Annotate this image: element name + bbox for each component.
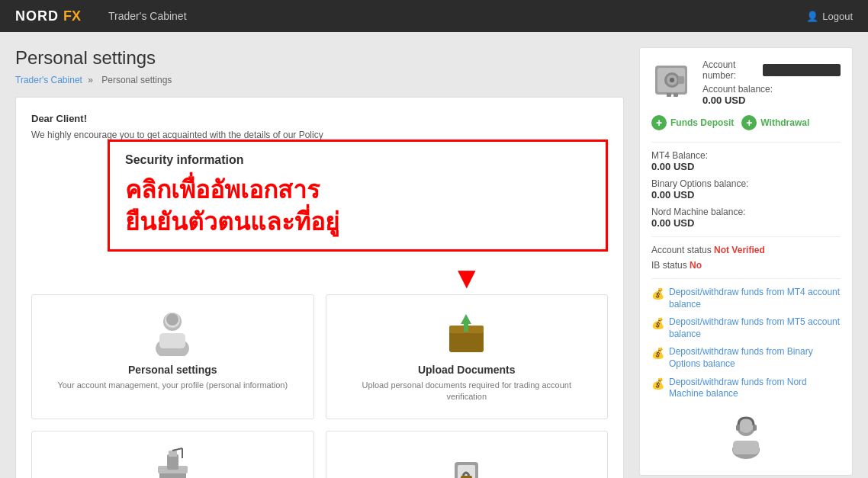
mt4-balance-value: 0.00 USD <box>651 161 841 172</box>
content-box: Dear Client! We highly encourage you to … <box>15 97 624 478</box>
svg-rect-26 <box>678 76 684 84</box>
account-status-label: Account status <box>651 245 714 255</box>
main-layout: Personal settings Trader's Cabinet » Per… <box>0 32 868 478</box>
logo-fx: FX <box>63 8 81 24</box>
thai-text-line1: คลิกเพื่ออัพเอกสาร <box>125 175 590 207</box>
grid-item-upload-documents[interactable]: ▼ Upload Documents Upload personal docum… <box>326 294 609 419</box>
withdrawal-button[interactable]: + Withdrawal <box>741 115 809 130</box>
sidebar-link-mt5[interactable]: 💰 Deposit/withdraw funds from MT5 accoun… <box>651 316 841 340</box>
svg-rect-29 <box>736 425 740 431</box>
mt4-balance-section: MT4 Balance: 0.00 USD <box>651 150 841 172</box>
personal-settings-icon <box>149 310 195 356</box>
safe-icon <box>651 59 693 101</box>
breadcrumb: Trader's Cabinet » Personal settings <box>15 75 624 85</box>
grid-item-personal-settings[interactable]: Personal settings Your account managemen… <box>31 294 314 419</box>
account-status-value: Not Verified <box>714 245 765 255</box>
upload-documents-icon <box>444 310 490 356</box>
account-balance-label: Account balance: <box>702 84 841 95</box>
red-arrow-icon: ▼ <box>452 261 482 295</box>
account-balance-value: 0.00 USD <box>702 95 841 106</box>
nord-machine-balance-section: Nord Machine balance: 0.00 USD <box>651 207 841 229</box>
accounts-consolidation-icon <box>149 447 195 478</box>
money-icon-mt4: 💰 <box>651 287 664 300</box>
grid-item-protect-sms[interactable]: Protect account with a SMS-Codes This op… <box>326 431 609 478</box>
breadcrumb-current: Personal settings <box>101 75 172 85</box>
user-icon: 👤 <box>806 11 818 22</box>
sidebar-link-mt4-text: Deposit/withdraw funds from MT4 account … <box>669 287 841 310</box>
breadcrumb-separator: » <box>88 75 93 85</box>
divider-3 <box>651 278 841 279</box>
money-icon-binary: 💰 <box>651 347 664 359</box>
security-title: Security information <box>125 153 590 167</box>
svg-point-4 <box>166 313 178 326</box>
money-icon-nord: 💰 <box>651 377 664 390</box>
right-sidebar: Account number: ████████ Account balance… <box>639 47 853 478</box>
svg-rect-8 <box>464 324 468 332</box>
money-icon-mt5: 💰 <box>651 317 664 329</box>
protect-sms-icon <box>444 447 490 478</box>
sidebar-link-binary[interactable]: 💰 Deposit/withdraw funds from Binary Opt… <box>651 346 841 370</box>
svg-rect-25 <box>674 93 678 97</box>
account-card: Account number: ████████ Account balance… <box>639 47 853 476</box>
svg-rect-32 <box>733 441 759 454</box>
dear-client-heading: Dear Client! <box>31 113 608 124</box>
svg-marker-7 <box>461 314 471 324</box>
grid-item-accounts-consolidation[interactable]: Accounts Consolidation If you open sever… <box>31 431 314 478</box>
binary-balance-value: 0.00 USD <box>651 189 841 201</box>
sidebar-link-nord-text: Deposit/withdraw funds from Nord Machine… <box>669 377 841 400</box>
binary-balance-section: Binary Options balance: 0.00 USD <box>651 178 841 201</box>
logout-label: Logout <box>822 11 853 22</box>
svg-line-13 <box>172 448 182 451</box>
sidebar-link-mt5-text: Deposit/withdraw funds from MT5 account … <box>669 316 841 340</box>
upload-documents-desc: Upload personal documents required for t… <box>342 380 593 403</box>
binary-balance-label: Binary Options balance: <box>651 178 841 189</box>
funds-deposit-icon: + <box>651 115 667 130</box>
logo-area: NORD FX Trader's Cabinet <box>15 8 187 24</box>
funds-deposit-button[interactable]: + Funds Deposit <box>651 115 734 130</box>
svg-rect-12 <box>169 451 177 457</box>
breadcrumb-home[interactable]: Trader's Cabinet <box>15 75 82 85</box>
withdrawal-label: Withdrawal <box>760 117 809 128</box>
page-title: Personal settings <box>15 47 624 69</box>
support-icon-area <box>651 412 841 464</box>
ib-status-row: IB status No <box>651 260 841 271</box>
account-number-value: ████████ <box>763 64 841 76</box>
security-overlay[interactable]: Security information คลิกเพื่ออัพเอกสาร … <box>108 140 608 252</box>
svg-point-23 <box>670 78 674 82</box>
account-info: Account number: ████████ Account balance… <box>702 59 841 106</box>
sidebar-link-binary-text: Deposit/withdraw funds from Binary Optio… <box>669 346 841 370</box>
svg-rect-3 <box>159 333 185 348</box>
personal-settings-title: Personal settings <box>47 364 298 376</box>
mt4-balance-label: MT4 Balance: <box>651 150 841 161</box>
header: NORD FX Trader's Cabinet 👤 Logout <box>0 0 868 32</box>
account-number-row: Account number: ████████ <box>702 59 841 81</box>
thai-text-line2: ยืนยันตัวตนและที่อยู่ <box>125 207 590 239</box>
account-header: Account number: ████████ Account balance… <box>651 59 841 106</box>
fund-buttons: + Funds Deposit + Withdrawal <box>651 115 841 130</box>
account-number-label: Account number: <box>702 59 757 81</box>
withdrawal-icon: + <box>741 115 757 130</box>
divider-1 <box>651 142 841 143</box>
logout-button[interactable]: 👤 Logout <box>806 11 853 22</box>
upload-documents-title: Upload Documents <box>342 364 593 376</box>
svg-rect-30 <box>753 425 757 431</box>
sidebar-links: 💰 Deposit/withdraw funds from MT4 accoun… <box>651 287 841 400</box>
nord-machine-balance-label: Nord Machine balance: <box>651 207 841 217</box>
divider-2 <box>651 236 841 237</box>
nord-machine-balance-value: 0.00 USD <box>651 217 841 229</box>
sidebar-link-mt4[interactable]: 💰 Deposit/withdraw funds from MT4 accoun… <box>651 287 841 310</box>
left-content: Personal settings Trader's Cabinet » Per… <box>15 47 624 478</box>
grid-container: Personal settings Your account managemen… <box>31 294 608 478</box>
ib-status-value: No <box>690 260 702 271</box>
funds-deposit-label: Funds Deposit <box>670 117 734 128</box>
header-title: Trader's Cabinet <box>108 10 187 22</box>
ib-status-label: IB status <box>651 260 690 271</box>
svg-rect-24 <box>667 93 671 97</box>
sidebar-link-nord[interactable]: 💰 Deposit/withdraw funds from Nord Machi… <box>651 377 841 400</box>
personal-settings-desc: Your account management, your profile (p… <box>47 380 298 391</box>
logo-nord: NORD <box>15 8 59 24</box>
account-status-row: Account status Not Verified <box>651 245 841 255</box>
